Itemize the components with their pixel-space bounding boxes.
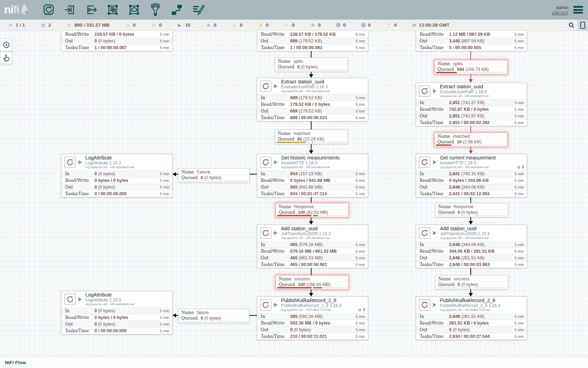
connection-label-matched-right[interactable]: NamematchedQueued10 (2.56 KB) — [434, 132, 507, 147]
process-group-icon[interactable] — [106, 3, 120, 17]
badge-count: 1 — [363, 307, 365, 312]
connection-label-matched-mid[interactable]: NamematchedQueued85 (22.29 KB) — [275, 130, 348, 144]
processor-publishkafkarecord-right[interactable]: PublishKafkaRecord_2_6PublishKafkaRecord… — [416, 297, 527, 340]
stat-window: 5 min — [356, 249, 365, 253]
backpressure-bars — [436, 144, 506, 146]
processor-name: PublishKafkaRecord_2_6 — [281, 298, 341, 304]
processor-add-station-uuid-right[interactable]: Add station_uuidJoltTransformJSON 1.16.3… — [416, 225, 527, 268]
connection-name-row: NameResponse — [276, 203, 348, 210]
stat-value: 0 / 00:00:00.000 — [94, 191, 127, 196]
connection-arrow-mid-4 — [309, 293, 313, 297]
queued-value: 0 (0 bytes) — [457, 282, 478, 287]
status-item-active-threads: ▦2 — [40, 22, 51, 28]
stat-window: 5 min — [356, 39, 365, 43]
connection-arrow-right-3 — [469, 221, 473, 225]
label-icon[interactable] — [191, 3, 205, 17]
backpressure-left-bar — [180, 180, 213, 182]
connection-label-failure-bottom[interactable]: NamefailureQueued0 (0 bytes) — [178, 309, 250, 323]
flow-canvas[interactable]: NamesplitsQueued0 (0 bytes)NamesplitsQue… — [0, 31, 588, 356]
processor-extract-station-uuid-mid[interactable]: Extract station_uuidEvaluateJsonPath 1.1… — [257, 78, 368, 121]
stat-value: 465 (579.16 MB) — [290, 242, 323, 247]
grid-icon: ▦ — [517, 165, 520, 169]
processor-header: Get historic measurementsInvokeHTTP 1.16… — [257, 154, 368, 170]
processor-add-station-uuid-mid[interactable]: Add station_uuidJoltTransformJSON 1.16.3… — [257, 225, 368, 268]
connection-label-response-right[interactable]: NameResponseQueued0 (0 bytes) — [435, 203, 508, 217]
connection-name: splits — [293, 59, 303, 64]
backpressure-right-bar — [472, 144, 506, 146]
stat-value: 689 / 00:00:00.531 — [290, 115, 327, 120]
connection-label-success-mid[interactable]: NamesuccessQueued100 (268.65 MB) — [275, 275, 349, 289]
stat-window: 5 min — [356, 321, 365, 325]
stat-value: 179.52 KB / 0 bytes — [290, 102, 330, 107]
processor-get-current-measurement[interactable]: Get current measurementInvokeHTTP 1.16.3… — [416, 154, 527, 197]
template-icon[interactable] — [170, 3, 184, 17]
birdseye-toggle[interactable] — [578, 20, 588, 30]
processor-publishkafkarecord-mid[interactable]: PublishKafkaRecord_2_6PublishKafkaRecord… — [257, 297, 368, 340]
stat-value: 1 / 00:00:00.067 — [94, 45, 127, 50]
locally-modified-stale-icon: ! — [361, 23, 366, 27]
stat-row-in: In689 (179.52 KB)5 min — [257, 94, 368, 101]
stat-window: 5 min — [356, 96, 365, 100]
status-item-invalid: ⚠0 — [232, 22, 243, 28]
processor-top-right[interactable]: Read/Write1.12 MB / 897.59 KB5 minOut3,4… — [416, 31, 527, 51]
connection-name: Response — [294, 204, 314, 209]
breadcrumb[interactable]: NiFi Flow — [5, 360, 26, 365]
stat-value-bold: 465 — [290, 255, 298, 260]
global-menu-icon[interactable] — [573, 6, 583, 14]
remote-process-group-icon[interactable] — [127, 3, 141, 17]
processor-extract-station-uuid-right[interactable]: Extract station_uuidEvaluateJsonPath 1.1… — [416, 83, 527, 126]
status-item-locally-modified-stale: !0 — [361, 22, 371, 28]
backpressure-right-bar — [472, 72, 506, 73]
processor-type: PublishKafkaRecord_2_6 1.16.3 — [440, 304, 500, 308]
processor-titles: Add station_uuidJoltTransformJSON 1.16.3… — [281, 226, 331, 240]
stat-value-rest: (179.52 KB) — [298, 109, 322, 114]
logout-link[interactable]: LOG OUT — [552, 11, 568, 15]
connection-label-failure-mid[interactable]: NameFailureQueued0 (0 bytes) — [178, 168, 250, 183]
stat-window: 5 min — [514, 114, 524, 118]
processor-logattribute-mid-left[interactable]: LogAttributeLogAttribute 1.16.3org.apach… — [61, 154, 173, 197]
stat-row-out: Out2,648 (344.06 KB)5 min — [416, 184, 527, 190]
stat-value-bold: 565 — [290, 185, 298, 190]
stat-label: Tasks/Time — [420, 45, 449, 50]
stat-label: Read/Write — [261, 178, 290, 183]
processor-logattribute-bottom-left[interactable]: LogAttributeLogAttribute 1.16.3org.apach… — [61, 291, 173, 334]
stat-value: 604 / 00:01:47.114 — [290, 191, 327, 196]
stat-value-rest: (897.59 KB) — [460, 39, 484, 43]
stat-row-in: In2,841 (740.31 KB)5 min — [416, 170, 527, 177]
search-icon[interactable] — [566, 20, 578, 30]
stat-value-rest: (641.68 MB) — [298, 185, 323, 190]
stat-value: 592.38 MB / 0 bytes — [290, 321, 330, 326]
status-count: 890 / 331.57 MB — [75, 22, 110, 28]
status-items: ❖1 / 1▦2≣890 / 331.57 MB◎0⊘0▶15■0⚠0⚡0✓0✱… — [0, 22, 397, 28]
connection-label-splits-right[interactable]: NamesplitsQueued594 (154.73 KB) — [434, 60, 507, 74]
funnel-icon[interactable] — [148, 3, 162, 17]
stat-row-read-write: Read/Write228.57 KB / 179.52 KB5 min — [257, 31, 368, 38]
connection-arrow-mid-1 — [309, 74, 313, 78]
processor-get-historic-measurements[interactable]: Get historic measurementsInvokeHTTP 1.16… — [257, 154, 368, 197]
output-port-icon[interactable] — [84, 3, 98, 17]
cluster-node-badge: ▦1 — [517, 165, 524, 169]
connection-label-success-right[interactable]: NamesuccessQueued0 (0 bytes) — [435, 275, 508, 289]
operate-palette-toggle[interactable] — [0, 52, 12, 64]
connection-label-splits-mid[interactable]: NamesplitsQueued0 (0 bytes) — [275, 57, 348, 72]
refresh-icon[interactable]: ⟳ — [412, 22, 416, 28]
stat-value-bold: 210 / 00:02:11.021 — [290, 334, 327, 339]
navigate-palette-toggle[interactable] — [0, 39, 12, 51]
processor-icon[interactable] — [42, 3, 56, 17]
processor-top-left[interactable]: Read/Write228.57 KB / 0 bytes5 minOut0 (… — [61, 31, 173, 51]
status-item-locally-modified: ✱0 — [310, 22, 321, 28]
stat-label: Read/Write — [65, 32, 94, 37]
stat-row-tasks-time: Tasks/Time2,841 / 00:02:12.0635 min — [416, 190, 527, 197]
queued-count: 594 — [457, 67, 464, 72]
processor-type-icon — [419, 157, 430, 168]
connection-arrow-failure-1 — [173, 172, 176, 176]
backpressure-bars — [180, 180, 248, 182]
backpressure-right-bar — [312, 142, 346, 143]
invalid-icon: ⚠ — [232, 22, 237, 28]
connection-label-response-mid[interactable]: NameResponseQueued100 (62.52 MB) — [275, 203, 349, 217]
processor-top-middle[interactable]: Read/Write228.57 KB / 179.52 KB5 minOut6… — [257, 31, 368, 51]
input-port-icon[interactable] — [63, 3, 77, 17]
queued-key: Queued — [438, 282, 455, 287]
stat-value-bold: 5 / 00:00:00.505 — [449, 45, 481, 50]
current-user: admin — [552, 5, 568, 10]
